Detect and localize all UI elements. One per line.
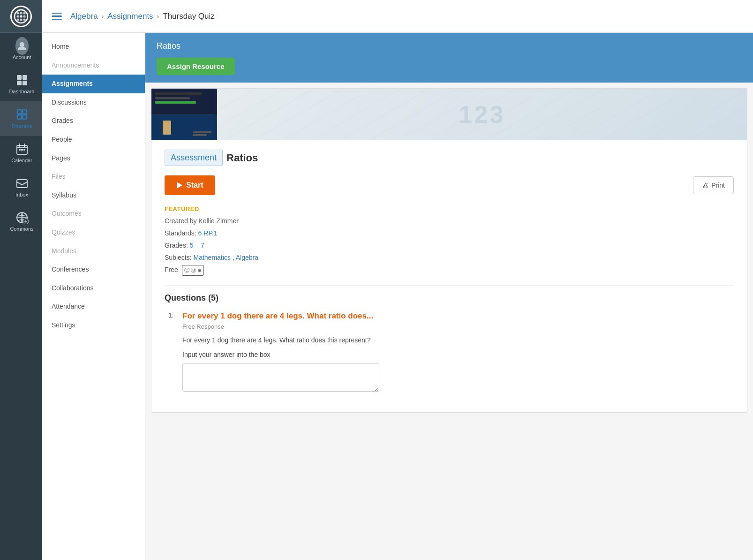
start-button[interactable]: Start [165,175,215,195]
page-content: Ratios Assign Resource [145,33,753,560]
svg-point-9 [23,18,26,21]
question-number: 1. [168,311,178,319]
subject-algebra-link[interactable]: Algebra [236,254,258,261]
question-title-link[interactable]: For every 1 dog there are 4 legs. What r… [182,310,373,322]
inbox-icon [15,177,29,190]
course-nav-announcements[interactable]: Announcements [42,56,145,75]
action-row: Start 🖨 Print [165,175,734,195]
svg-rect-18 [23,115,27,119]
questions-section: Questions (5) 1. For every 1 dog there a… [165,285,734,394]
dashboard-label: Dashboard [9,89,35,95]
course-nav-settings[interactable]: Settings [42,316,145,335]
svg-point-2 [20,12,23,14]
cc-icon: Ⓒ [184,266,189,274]
standards-link[interactable]: 6.RP.1 [198,229,218,237]
breadcrumb: Algebra › Assignments › Thursday Quiz [70,12,215,21]
questions-title: Questions (5) [165,293,734,303]
by-icon: Ⓑ [191,266,196,274]
svg-rect-23 [19,149,21,151]
topbar: Algebra › Assignments › Thursday Quiz [42,0,753,33]
question-type: Free Response [182,323,734,330]
answer-input[interactable] [182,363,379,392]
course-nav-conferences[interactable]: Conferences [42,260,145,279]
svg-point-1 [17,12,19,14]
resource-header: Ratios Assign Resource [145,33,753,83]
assessment-tag: Assessment [165,150,223,166]
course-nav-attendance[interactable]: Attendance [42,297,145,316]
svg-rect-26 [17,180,27,188]
sidebar-item-account[interactable]: Account [0,33,42,67]
account-icon [15,39,29,53]
svg-rect-16 [23,110,27,114]
calendar-icon [15,143,29,156]
cc-license-badge: Ⓒ Ⓑ ⊕ [182,265,204,276]
svg-rect-12 [23,75,27,80]
resource-header-title: Ratios [157,41,742,51]
account-label: Account [13,54,31,61]
svg-rect-24 [21,149,23,151]
play-icon [177,182,182,189]
svg-point-7 [17,18,19,21]
subjects-line: Subjects: Mathematics , Algebra [165,253,734,263]
svg-rect-13 [17,81,22,85]
course-nav-files[interactable]: Files [42,167,145,186]
course-nav-assignments[interactable]: Assignments [42,75,145,93]
course-nav-modules[interactable]: Modules [42,242,145,261]
sa-icon: ⊕ [197,266,202,274]
svg-point-8 [20,18,23,21]
svg-rect-15 [17,110,22,114]
free-line: Free Ⓒ Ⓑ ⊕ [165,265,734,276]
course-nav-people[interactable]: People [42,130,145,149]
question-number-row: 1. For every 1 dog there are 4 legs. Wha… [168,310,734,322]
print-button[interactable]: 🖨 Print [693,176,734,194]
assign-resource-button[interactable]: Assign Resource [157,58,235,75]
sidebar-item-inbox[interactable]: Inbox [0,170,42,204]
commons-label: Commons [10,226,33,232]
banner-image-bottom [151,114,217,140]
sidebar-item-dashboard[interactable]: Dashboard [0,67,42,101]
course-nav-quizzes[interactable]: Quizzes [42,223,145,242]
inbox-label: Inbox [15,192,28,198]
svg-point-4 [17,15,19,17]
sidebar-item-calendar[interactable]: Calendar [0,136,42,170]
courses-label: Courses [11,123,32,129]
course-nav-syllabus[interactable]: Syllabus [42,186,145,205]
sidebar-item-courses[interactable]: Courses [0,101,42,136]
assessment-title-row: Assessment Ratios [165,150,734,166]
calendar-label: Calendar [11,158,32,164]
featured-badge: FEATURED [165,205,734,212]
course-nav-collaborations[interactable]: Collaborations [42,279,145,298]
created-by: Created by Kellie Zimmer [165,216,734,226]
course-nav-discussions[interactable]: Discussions [42,93,145,112]
sidebar-item-commons[interactable]: Commons [0,204,42,239]
banner-image-top [151,89,217,114]
breadcrumb-current: Thursday Quiz [163,12,215,21]
breadcrumb-sep-2: › [157,13,159,20]
printer-icon: 🖨 [702,182,708,189]
question-item: 1. For every 1 dog there are 4 legs. Wha… [165,310,734,394]
course-nav-outcomes[interactable]: Outcomes [42,204,145,223]
commons-icon [15,211,29,224]
course-nav-pages[interactable]: Pages [42,149,145,168]
grades-link[interactable]: 5 – 7 [190,242,204,249]
svg-point-6 [23,15,26,17]
svg-point-10 [20,42,24,47]
course-nav-home[interactable]: Home [42,38,145,56]
grades-line: Grades: 5 – 7 [165,241,734,250]
global-nav: Account Dashboard Courses [0,0,42,560]
subject-math-link[interactable]: Mathematics [193,254,230,261]
breadcrumb-section[interactable]: Assignments [107,12,153,21]
question-instruction: Input your answer into the box [182,349,734,360]
svg-rect-14 [23,81,27,85]
svg-rect-17 [17,115,22,119]
breadcrumb-sep-1: › [102,13,104,20]
app-logo[interactable] [0,0,42,33]
course-nav-grades[interactable]: Grades [42,112,145,130]
svg-rect-25 [23,149,25,151]
assessment-card: 123 Assessment Ratios Start [151,88,747,413]
question-body: For every 1 dog there are 4 legs. What r… [182,335,734,345]
courses-icon [15,108,29,121]
hamburger-button[interactable] [52,13,62,20]
breadcrumb-course[interactable]: Algebra [70,12,98,21]
svg-point-5 [20,15,23,17]
